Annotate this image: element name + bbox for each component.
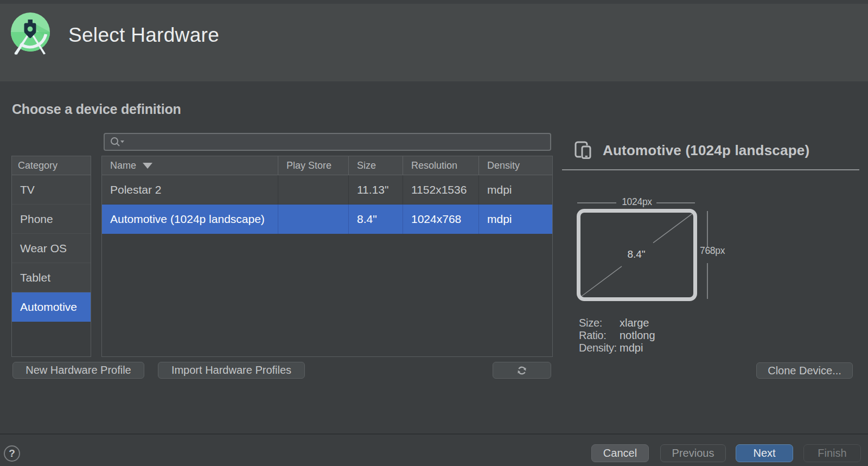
- diagram-width-line-left: [577, 202, 616, 203]
- cell-resolution[interactable]: 1152x1536: [403, 175, 479, 204]
- search-input[interactable]: [128, 134, 550, 150]
- column-header-size[interactable]: Size: [349, 156, 403, 175]
- column-header-resolution[interactable]: Resolution: [403, 156, 479, 175]
- cell-density[interactable]: mdpi: [479, 205, 552, 234]
- section-heading: Choose a device definition: [12, 101, 181, 117]
- diagram-height-label: 768px: [699, 245, 731, 257]
- import-hardware-profiles-button[interactable]: Import Hardware Profiles: [158, 362, 305, 379]
- device-row-automotive-1024p[interactable]: Automotive (1024p landscape) 8.4" 1024x7…: [102, 205, 552, 234]
- cell-density[interactable]: mdpi: [479, 175, 552, 204]
- refresh-button[interactable]: [493, 362, 551, 379]
- spec-value: notlong: [620, 329, 655, 342]
- category-item-phone[interactable]: Phone: [12, 205, 91, 234]
- details-panel-title: Automotive (1024p landscape): [603, 142, 809, 159]
- search-icon: [110, 137, 125, 148]
- device-row-polestar-2[interactable]: Polestar 2 11.13" 1152x1536 mdpi: [102, 175, 552, 205]
- cancel-button[interactable]: Cancel: [591, 444, 649, 462]
- diagram-height-line-top: [707, 211, 708, 248]
- spec-value: xlarge: [620, 317, 649, 329]
- diagram-diagonal-label: 8.4": [598, 248, 674, 260]
- diagram-height-line-bottom: [707, 263, 708, 299]
- new-hardware-profile-button[interactable]: New Hardware Profile: [12, 362, 144, 379]
- category-item-tablet[interactable]: Tablet: [12, 263, 91, 292]
- search-box[interactable]: [104, 133, 551, 151]
- help-button[interactable]: ?: [4, 445, 20, 462]
- refresh-icon: [515, 364, 528, 377]
- cell-play-store[interactable]: [278, 205, 349, 234]
- sort-descending-icon: [143, 163, 152, 169]
- spec-size: Size: xlarge: [579, 317, 655, 329]
- cell-name[interactable]: Automotive (1024p landscape): [102, 205, 278, 234]
- clone-device-button[interactable]: Clone Device...: [756, 362, 853, 379]
- diagram-width-line-right: [656, 202, 695, 203]
- window-top-edge: [0, 0, 868, 4]
- android-studio-logo-icon: [10, 11, 53, 58]
- cell-size[interactable]: 8.4": [349, 205, 403, 234]
- next-button[interactable]: Next: [736, 444, 793, 462]
- spec-ratio: Ratio: notlong: [579, 329, 655, 342]
- cell-size[interactable]: 11.13": [349, 175, 403, 204]
- devices-icon: [575, 141, 593, 159]
- column-header-density[interactable]: Density: [479, 156, 552, 175]
- category-item-wear-os[interactable]: Wear OS: [12, 234, 91, 263]
- device-table-header: Name Play Store Size Resolution Density: [102, 156, 552, 175]
- cell-resolution[interactable]: 1024x768: [403, 205, 479, 234]
- category-item-automotive[interactable]: Automotive: [12, 292, 91, 322]
- column-header-name[interactable]: Name: [102, 156, 278, 175]
- spec-label: Ratio:: [579, 329, 620, 342]
- category-panel: Category TV Phone Wear OS Tablet Automot…: [11, 156, 91, 357]
- spec-value: mdpi: [620, 342, 643, 354]
- column-header-play-store[interactable]: Play Store: [278, 156, 349, 175]
- finish-button[interactable]: Finish: [803, 444, 861, 462]
- device-table: Name Play Store Size Resolution Density …: [101, 156, 553, 357]
- spec-density: Density: mdpi: [579, 342, 655, 354]
- device-specs: Size: xlarge Ratio: notlong Density: mdp…: [579, 317, 655, 354]
- main-area: Choose a device definition Category TV P…: [0, 81, 868, 433]
- category-column-header[interactable]: Category: [12, 156, 91, 175]
- dialog-header: Select Hardware: [0, 0, 868, 81]
- dialog-title: Select Hardware: [68, 24, 219, 47]
- cell-play-store[interactable]: [278, 175, 349, 204]
- cell-name[interactable]: Polestar 2: [102, 175, 278, 204]
- spec-label: Density:: [579, 342, 620, 354]
- footer-divider: [0, 433, 868, 435]
- previous-button[interactable]: Previous: [660, 444, 726, 462]
- spec-label: Size:: [579, 317, 620, 329]
- category-item-tv[interactable]: TV: [12, 175, 91, 205]
- details-divider: [562, 169, 859, 170]
